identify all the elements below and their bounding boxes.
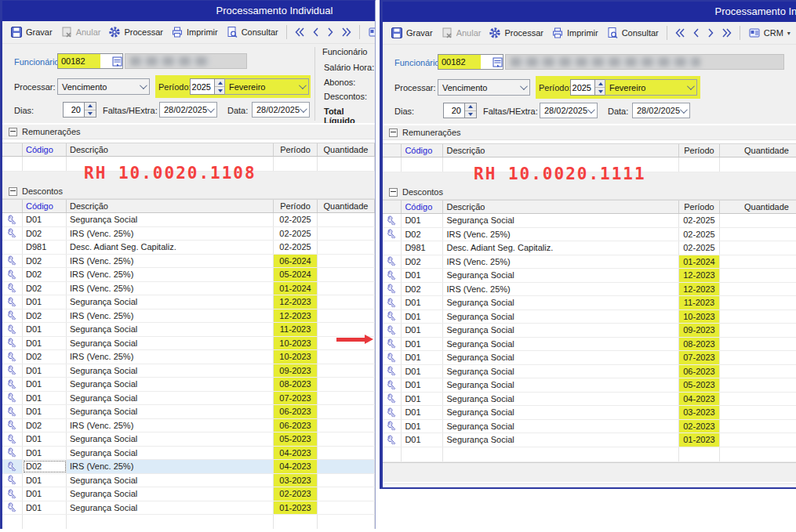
table-row[interactable]: D02IRS (Venc. 25%)10-2023 [2, 350, 375, 364]
codigo-column-header[interactable]: Código [402, 201, 443, 213]
table-row[interactable]: D01Segurança Social12-2023 [2, 295, 375, 309]
nav-prev-button[interactable] [308, 25, 323, 39]
spin-up-icon[interactable] [465, 103, 476, 110]
table-row[interactable]: D02IRS (Venc. 25%)12-2023 [383, 283, 796, 297]
quantidade-column-header[interactable]: Quantidade [318, 143, 375, 156]
periodo-ano-stepper[interactable]: 2025 [190, 78, 227, 95]
table-row[interactable]: D981Desc. Adiant Seg. Capitaliz.02-2025 [2, 241, 375, 255]
titlebar[interactable]: Processamento Individual [2, 1, 375, 21]
dias-stepper[interactable]: 20 [443, 103, 477, 118]
descricao-column-header[interactable]: Descrição [67, 200, 274, 212]
periodo-column-header[interactable]: Período [679, 144, 720, 157]
processar-dropdown[interactable]: Vencimento [57, 78, 150, 95]
descricao-column-header[interactable]: Descrição [443, 144, 678, 157]
dias-stepper[interactable]: 20 [63, 102, 96, 118]
nav-first-button[interactable] [671, 26, 689, 40]
table-row[interactable]: D01Segurança Social06-2023 [2, 405, 375, 419]
nav-next-button[interactable] [703, 26, 718, 40]
table-row[interactable]: D01Segurança Social05-2023 [383, 378, 796, 393]
table-row[interactable]: D02IRS (Venc. 25%)02-2025 [2, 227, 375, 241]
table-row[interactable]: D01Segurança Social09-2023 [2, 364, 375, 378]
descricao-column-header[interactable]: Descrição [67, 143, 274, 156]
descricao-column-header[interactable]: Descrição [443, 201, 678, 213]
periodo-column-header[interactable]: Período [274, 200, 318, 212]
consultar-button[interactable]: Consultar [222, 24, 282, 40]
imprimir-button[interactable]: Imprimir [547, 25, 602, 41]
table-row[interactable]: D01Segurança Social09-2023 [383, 324, 796, 338]
table-row[interactable]: D01Segurança Social05-2023 [2, 432, 375, 447]
table-row[interactable]: D01Segurança Social11-2023 [383, 296, 796, 310]
table-row[interactable]: D01Segurança Social02-2023 [383, 420, 796, 434]
table-row[interactable]: D02IRS (Venc. 25%)01-2024 [2, 282, 375, 296]
table-row[interactable]: D02IRS (Venc. 25%)05-2024 [2, 268, 375, 282]
spin-down-icon[interactable] [85, 110, 96, 118]
periodo-ano-stepper[interactable]: 2025 [570, 79, 607, 96]
table-row[interactable]: D01Segurança Social07-2023 [383, 351, 796, 365]
spin-down-icon[interactable] [465, 110, 476, 118]
table-row[interactable]: D02IRS (Venc. 25%)04-2023 [2, 460, 375, 474]
table-row[interactable]: D01Segurança Social04-2023 [383, 393, 796, 407]
collapse-icon[interactable] [389, 128, 398, 137]
table-row[interactable]: D01Segurança Social03-2023 [2, 474, 375, 488]
table-row[interactable]: D01Segurança Social01-2023 [383, 433, 796, 447]
table-row[interactable]: D02IRS (Venc. 25%)06-2024 [2, 255, 375, 269]
crm-menu-button[interactable]: CRM ▾ [364, 24, 375, 40]
nav-first-button[interactable] [291, 25, 308, 39]
faltas-date-dropdown[interactable]: 28/02/2025 [540, 103, 598, 118]
table-row[interactable]: D01Segurança Social08-2023 [383, 338, 796, 352]
section-descontos[interactable]: Descontos [383, 185, 796, 200]
data-date-dropdown[interactable]: 28/02/2025 [632, 103, 690, 118]
collapse-icon[interactable] [9, 128, 17, 136]
codigo-column-header[interactable]: Código [23, 143, 67, 156]
periodo-column-header[interactable]: Período [679, 201, 720, 213]
table-row[interactable]: D01Segurança Social10-2023 [383, 310, 796, 324]
quantidade-column-header[interactable]: Quantidade [720, 144, 796, 157]
spin-up-icon[interactable] [85, 103, 96, 110]
nav-prev-button[interactable] [689, 26, 703, 40]
titlebar[interactable]: Processamento Individual [383, 2, 796, 22]
crm-menu-button[interactable]: CRM ▾ [744, 25, 794, 41]
collapse-icon[interactable] [9, 187, 17, 196]
section-remuneracoes[interactable]: Remunerações [2, 125, 375, 139]
processar-dropdown[interactable]: Vencimento [438, 79, 530, 96]
table-row[interactable]: D01Segurança Social04-2023 [2, 447, 375, 461]
collapse-icon[interactable] [389, 188, 398, 197]
processar-button[interactable]: Processar [104, 24, 167, 40]
funcionario-input[interactable]: 00182 [57, 53, 123, 69]
nav-last-button[interactable] [718, 26, 736, 40]
table-row[interactable]: D02IRS (Venc. 25%)06-2023 [2, 419, 375, 433]
funcionario-input[interactable]: 00182 [438, 54, 503, 70]
section-remuneracoes[interactable]: Remunerações [383, 125, 796, 140]
section-descontos[interactable]: Descontos [2, 184, 375, 199]
table-row[interactable]: D02IRS (Venc. 25%)01-2024 [383, 255, 796, 270]
table-row[interactable]: D01Segurança Social02-2023 [2, 487, 375, 501]
table-row[interactable]: D01Segurança Social03-2023 [383, 406, 796, 420]
periodo-mes-dropdown[interactable]: Fevereiro [224, 78, 309, 95]
table-row[interactable]: D01Segurança Social11-2023 [2, 323, 375, 337]
nav-last-button[interactable] [338, 25, 355, 39]
nav-next-button[interactable] [323, 25, 338, 39]
codigo-column-header[interactable]: Código [402, 144, 443, 157]
table-row[interactable]: D01Segurança Social02-2025 [2, 213, 375, 227]
table-row[interactable]: D01Segurança Social12-2023 [383, 269, 796, 283]
quantidade-column-header[interactable]: Quantidade [318, 200, 375, 212]
imprimir-button[interactable]: Imprimir [167, 24, 222, 40]
periodo-mes-dropdown[interactable]: Fevereiro [605, 79, 697, 96]
gravar-button[interactable]: Gravar [387, 25, 437, 41]
table-row[interactable]: D01Segurança Social08-2023 [2, 378, 375, 392]
table-row[interactable]: D02IRS (Venc. 25%)02-2025 [383, 228, 796, 242]
table-row[interactable]: D981Desc. Adiant Seg. Capitaliz.02-2025 [383, 241, 796, 255]
processar-button[interactable]: Processar [485, 25, 547, 41]
table-row[interactable]: D01Segurança Social02-2025 [383, 214, 796, 228]
lookup-icon[interactable] [112, 56, 122, 67]
data-date-dropdown[interactable]: 28/02/2025 [252, 102, 310, 118]
periodo-column-header[interactable]: Período [274, 143, 318, 156]
consultar-button[interactable]: Consultar [602, 25, 663, 41]
quantidade-column-header[interactable]: Quantidade [720, 201, 796, 213]
table-row[interactable]: D01Segurança Social10-2023 [2, 337, 375, 351]
anular-button[interactable]: Anular [56, 24, 105, 40]
faltas-date-dropdown[interactable]: 28/02/2025 [159, 102, 217, 118]
table-row[interactable]: D01Segurança Social01-2023 [2, 501, 375, 516]
table-row[interactable]: D01Segurança Social07-2023 [2, 392, 375, 406]
gravar-button[interactable]: Gravar [6, 24, 56, 40]
